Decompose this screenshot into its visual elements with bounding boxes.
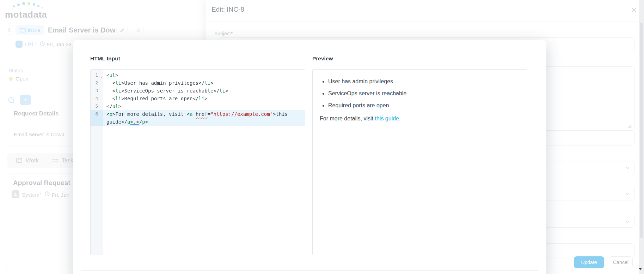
person-icon (13, 192, 18, 196)
created-date: Fri, Jan 23 (47, 41, 72, 47)
requester-avatar: LI (16, 41, 23, 48)
separator-dot: • (40, 191, 41, 196)
code-text: <p>For more details, visit <a href="http… (103, 110, 305, 126)
line-number: 6 (91, 110, 103, 126)
preview-paragraph: For more details, visit this guide. (320, 115, 520, 122)
approval-date: Fri, Jan (52, 192, 69, 198)
tab-work[interactable]: Work (12, 157, 43, 164)
line-number: 1⌄ (91, 71, 103, 79)
html-editor-modal: HTML Input Preview 1⌄<ul>2 <li>User has … (73, 40, 546, 274)
code-line[interactable]: 2 <li>User has admin privileges</li> (91, 79, 305, 87)
logo-dot (27, 2, 30, 5)
logo-dot (37, 5, 39, 7)
line-number: 4 (91, 95, 103, 102)
code-rows: 1⌄<ul>2 <li>User has admin privileges</l… (91, 70, 305, 126)
code-text: <li>Required ports are open</li> (103, 95, 305, 102)
status-dot (9, 77, 13, 81)
logo-dot (17, 4, 20, 6)
request-subject: Email Server is Down (14, 131, 64, 137)
update-button[interactable]: Update (574, 256, 604, 268)
preview-bullet-list: User has admin privilegesServiceOps serv… (320, 77, 520, 110)
logo-dots (13, 2, 51, 9)
html-input-label: HTML Input (90, 55, 120, 62)
code-line[interactable]: 6<p>For more details, visit <a href="htt… (91, 110, 305, 126)
suggestion-button[interactable] (133, 25, 144, 35)
paragraph-period: . (399, 115, 400, 121)
panel-title: Edit: INC-8 (211, 6, 244, 13)
code-text: <li>ServiceOps server is reachable</li> (103, 87, 305, 95)
logo-dot (41, 7, 43, 8)
add-tag-button[interactable]: + (20, 95, 31, 105)
back-button[interactable] (5, 25, 13, 35)
code-text: <ul> (103, 71, 305, 79)
required-asterisk: * (231, 31, 233, 36)
system-avatar (12, 190, 19, 198)
preview-pane: User has admin privilegesServiceOps serv… (312, 69, 527, 255)
preview-label: Preview (312, 55, 333, 62)
edit-title-button[interactable] (116, 25, 128, 35)
resize-handle-icon[interactable] (627, 124, 632, 128)
motadata-logo: motadata (5, 6, 47, 20)
logo-dot (13, 5, 15, 7)
logo-text: motadata (5, 9, 47, 20)
close-icon (631, 7, 637, 13)
code-text: <li>User has admin privileges</li> (103, 79, 305, 87)
panel-scrollbar[interactable] (639, 0, 644, 274)
status-label: Status (9, 68, 23, 73)
scrollbar-thumb[interactable] (640, 23, 643, 238)
cancel-button[interactable]: Cancel (609, 256, 633, 268)
clock-icon (45, 191, 50, 196)
subject-label: Subject* (214, 31, 233, 36)
line-number: 2 (91, 79, 103, 87)
approval-by: System (22, 192, 39, 198)
code-line[interactable]: 1⌄<ul> (91, 71, 305, 79)
chevron-down-icon (626, 221, 630, 223)
chevron-down-icon (626, 193, 630, 195)
clock-icon (40, 41, 45, 46)
separator-dot: • (35, 41, 37, 46)
chevron-left-icon (8, 28, 11, 32)
ticket-icon (20, 28, 26, 32)
scroll-down-arrow-icon[interactable] (638, 267, 643, 271)
code-line[interactable]: 4 <li>Required ports are open</li> (91, 95, 305, 102)
page-title: Email Server is Down (48, 26, 119, 34)
line-number: 5 (91, 102, 103, 110)
checklist-icon (52, 158, 58, 163)
html-code-editor[interactable]: 1⌄<ul>2 <li>User has admin privileges</l… (90, 69, 305, 255)
incident-id-badge: INC-8 (16, 25, 44, 35)
code-line[interactable]: 5</ul> (91, 102, 305, 110)
preview-bullet: ServiceOps server is reachable (328, 89, 520, 98)
logo-dot (22, 2, 25, 5)
modal-footer-divider (81, 270, 539, 271)
lightbulb-icon (136, 28, 141, 33)
code-text: </ul> (103, 102, 305, 110)
logo-dot (33, 3, 35, 6)
preview-bullet: User has admin privileges (328, 77, 520, 86)
chevron-down-icon (626, 167, 630, 169)
close-panel-button[interactable] (631, 7, 638, 14)
code-line[interactable]: 3 <li>ServiceOps server is reachable</li… (91, 87, 305, 95)
preview-bullet: Required ports are open (328, 101, 520, 110)
status-value[interactable]: Open (16, 76, 29, 82)
tag-icon[interactable] (7, 96, 14, 103)
tab-work-label: Work (26, 157, 39, 164)
comment-icon (16, 158, 22, 163)
pencil-icon (120, 28, 124, 32)
paragraph-text: For more details, visit (320, 115, 375, 121)
preview-link[interactable]: this guide (375, 115, 399, 121)
line-number: 3 (91, 87, 103, 95)
incident-id: INC-8 (28, 28, 40, 33)
requester-name[interactable]: Lizi (25, 41, 33, 47)
panel-header-divider (206, 21, 638, 22)
